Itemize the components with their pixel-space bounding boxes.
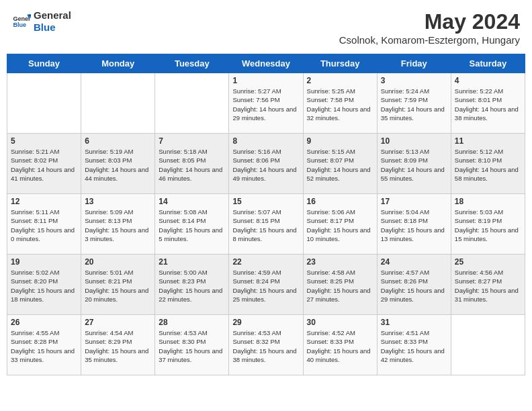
day-headers-row: Sunday Monday Tuesday Wednesday Thursday… bbox=[7, 54, 525, 73]
day-number: 15 bbox=[232, 197, 299, 206]
day-number: 27 bbox=[85, 318, 151, 327]
cell-week1-day4: 2Sunrise: 5:25 AM Sunset: 7:58 PM Daylig… bbox=[303, 73, 377, 134]
day-number: 13 bbox=[85, 197, 151, 206]
day-info: Sunrise: 5:12 AM Sunset: 8:10 PM Dayligh… bbox=[455, 147, 521, 183]
cell-week5-day2: 28Sunrise: 4:53 AM Sunset: 8:30 PM Dayli… bbox=[155, 315, 229, 375]
day-info: Sunrise: 4:51 AM Sunset: 8:33 PM Dayligh… bbox=[381, 328, 447, 364]
cell-week5-day6 bbox=[451, 315, 525, 375]
day-number: 19 bbox=[11, 257, 77, 267]
day-info: Sunrise: 4:58 AM Sunset: 8:25 PM Dayligh… bbox=[307, 268, 373, 304]
subtitle: Csolnok, Komarom-Esztergom, Hungary bbox=[339, 34, 520, 46]
day-info: Sunrise: 5:08 AM Sunset: 8:14 PM Dayligh… bbox=[159, 208, 225, 243]
day-number: 31 bbox=[381, 318, 447, 327]
cell-week1-day3: 1Sunrise: 5:27 AM Sunset: 7:56 PM Daylig… bbox=[229, 73, 303, 134]
week-row-5: 26Sunrise: 4:55 AM Sunset: 8:28 PM Dayli… bbox=[7, 315, 525, 375]
day-number: 23 bbox=[307, 257, 373, 267]
logo-blue-text: Blue bbox=[34, 21, 56, 33]
header-friday: Friday bbox=[377, 54, 451, 73]
day-number: 30 bbox=[307, 318, 373, 327]
cell-week4-day5: 24Sunrise: 4:57 AM Sunset: 8:26 PM Dayli… bbox=[377, 255, 451, 315]
cell-week2-day1: 6Sunrise: 5:19 AM Sunset: 8:03 PM Daylig… bbox=[81, 134, 155, 194]
cell-week4-day1: 20Sunrise: 5:01 AM Sunset: 8:21 PM Dayli… bbox=[81, 255, 155, 315]
cell-week1-day2 bbox=[155, 73, 229, 134]
header-thursday: Thursday bbox=[303, 54, 377, 73]
cell-week5-day5: 31Sunrise: 4:51 AM Sunset: 8:33 PM Dayli… bbox=[377, 315, 451, 375]
day-info: Sunrise: 5:13 AM Sunset: 8:09 PM Dayligh… bbox=[381, 147, 447, 183]
header-sunday: Sunday bbox=[7, 54, 81, 73]
day-info: Sunrise: 5:04 AM Sunset: 8:18 PM Dayligh… bbox=[381, 208, 447, 243]
main-title: May 2024 bbox=[339, 9, 520, 34]
cell-week5-day3: 29Sunrise: 4:53 AM Sunset: 8:32 PM Dayli… bbox=[229, 315, 303, 375]
day-number: 2 bbox=[307, 76, 373, 85]
week-row-2: 5Sunrise: 5:21 AM Sunset: 8:02 PM Daylig… bbox=[7, 134, 525, 194]
cell-week3-day2: 14Sunrise: 5:08 AM Sunset: 8:14 PM Dayli… bbox=[155, 194, 229, 255]
logo-general-text: General bbox=[34, 9, 71, 21]
day-number: 16 bbox=[307, 197, 373, 206]
cell-week3-day6: 18Sunrise: 5:03 AM Sunset: 8:19 PM Dayli… bbox=[451, 194, 525, 255]
day-number: 11 bbox=[455, 136, 521, 146]
cell-week2-day4: 9Sunrise: 5:15 AM Sunset: 8:07 PM Daylig… bbox=[303, 134, 377, 194]
cell-week5-day1: 27Sunrise: 4:54 AM Sunset: 8:29 PM Dayli… bbox=[81, 315, 155, 375]
day-info: Sunrise: 5:21 AM Sunset: 8:02 PM Dayligh… bbox=[11, 147, 77, 183]
day-info: Sunrise: 5:11 AM Sunset: 8:11 PM Dayligh… bbox=[11, 208, 77, 243]
day-info: Sunrise: 4:53 AM Sunset: 8:30 PM Dayligh… bbox=[159, 328, 225, 364]
cell-week5-day0: 26Sunrise: 4:55 AM Sunset: 8:28 PM Dayli… bbox=[7, 315, 81, 375]
day-info: Sunrise: 5:07 AM Sunset: 8:15 PM Dayligh… bbox=[232, 208, 299, 243]
day-number: 6 bbox=[85, 136, 151, 146]
day-info: Sunrise: 5:24 AM Sunset: 7:59 PM Dayligh… bbox=[381, 87, 447, 122]
day-info: Sunrise: 5:01 AM Sunset: 8:21 PM Dayligh… bbox=[85, 268, 151, 304]
header-monday: Monday bbox=[81, 54, 155, 73]
day-number: 22 bbox=[232, 257, 299, 267]
day-info: Sunrise: 5:27 AM Sunset: 7:56 PM Dayligh… bbox=[232, 87, 299, 122]
week-row-4: 19Sunrise: 5:02 AM Sunset: 8:20 PM Dayli… bbox=[7, 255, 525, 315]
day-info: Sunrise: 4:55 AM Sunset: 8:28 PM Dayligh… bbox=[11, 328, 77, 364]
day-info: Sunrise: 5:00 AM Sunset: 8:23 PM Dayligh… bbox=[159, 268, 225, 304]
day-info: Sunrise: 5:03 AM Sunset: 8:19 PM Dayligh… bbox=[455, 208, 521, 243]
day-number: 24 bbox=[381, 257, 447, 267]
day-info: Sunrise: 4:59 AM Sunset: 8:24 PM Dayligh… bbox=[232, 268, 299, 304]
cell-week3-day3: 15Sunrise: 5:07 AM Sunset: 8:15 PM Dayli… bbox=[229, 194, 303, 255]
cell-week1-day0 bbox=[7, 73, 81, 134]
day-info: Sunrise: 5:18 AM Sunset: 8:05 PM Dayligh… bbox=[159, 147, 225, 183]
day-number: 12 bbox=[11, 197, 77, 206]
day-number: 9 bbox=[307, 136, 373, 146]
cell-week2-day5: 10Sunrise: 5:13 AM Sunset: 8:09 PM Dayli… bbox=[377, 134, 451, 194]
day-info: Sunrise: 5:16 AM Sunset: 8:06 PM Dayligh… bbox=[232, 147, 299, 183]
day-info: Sunrise: 5:15 AM Sunset: 8:07 PM Dayligh… bbox=[307, 147, 373, 183]
calendar-table: Sunday Monday Tuesday Wednesday Thursday… bbox=[7, 54, 525, 375]
cell-week4-day3: 22Sunrise: 4:59 AM Sunset: 8:24 PM Dayli… bbox=[229, 255, 303, 315]
header-wednesday: Wednesday bbox=[229, 54, 303, 73]
header-tuesday: Tuesday bbox=[155, 54, 229, 73]
day-number: 5 bbox=[11, 136, 77, 146]
day-number: 4 bbox=[455, 76, 521, 85]
day-number: 28 bbox=[159, 318, 225, 327]
day-info: Sunrise: 5:19 AM Sunset: 8:03 PM Dayligh… bbox=[85, 147, 151, 183]
day-number: 26 bbox=[11, 318, 77, 327]
cell-week3-day0: 12Sunrise: 5:11 AM Sunset: 8:11 PM Dayli… bbox=[7, 194, 81, 255]
cell-week3-day4: 16Sunrise: 5:06 AM Sunset: 8:17 PM Dayli… bbox=[303, 194, 377, 255]
cell-week4-day0: 19Sunrise: 5:02 AM Sunset: 8:20 PM Dayli… bbox=[7, 255, 81, 315]
day-number: 20 bbox=[85, 257, 151, 267]
cell-week5-day4: 30Sunrise: 4:52 AM Sunset: 8:33 PM Dayli… bbox=[303, 315, 377, 375]
day-number: 21 bbox=[159, 257, 225, 267]
svg-text:Blue: Blue bbox=[13, 21, 26, 28]
cell-week4-day4: 23Sunrise: 4:58 AM Sunset: 8:25 PM Dayli… bbox=[303, 255, 377, 315]
cell-week2-day2: 7Sunrise: 5:18 AM Sunset: 8:05 PM Daylig… bbox=[155, 134, 229, 194]
day-info: Sunrise: 5:06 AM Sunset: 8:17 PM Dayligh… bbox=[307, 208, 373, 243]
cell-week2-day6: 11Sunrise: 5:12 AM Sunset: 8:10 PM Dayli… bbox=[451, 134, 525, 194]
logo: General Blue General Blue bbox=[12, 9, 71, 34]
cell-week3-day1: 13Sunrise: 5:09 AM Sunset: 8:13 PM Dayli… bbox=[81, 194, 155, 255]
header-saturday: Saturday bbox=[451, 54, 525, 73]
header: General Blue General Blue May 2024 Csoln… bbox=[7, 7, 525, 48]
cell-week1-day6: 4Sunrise: 5:22 AM Sunset: 8:01 PM Daylig… bbox=[451, 73, 525, 134]
day-info: Sunrise: 4:52 AM Sunset: 8:33 PM Dayligh… bbox=[307, 328, 373, 364]
cell-week2-day3: 8Sunrise: 5:16 AM Sunset: 8:06 PM Daylig… bbox=[229, 134, 303, 194]
logo-icon: General Blue bbox=[12, 12, 31, 31]
day-number: 7 bbox=[159, 136, 225, 146]
title-area: May 2024 Csolnok, Komarom-Esztergom, Hun… bbox=[339, 9, 520, 46]
day-number: 17 bbox=[381, 197, 447, 206]
day-info: Sunrise: 5:09 AM Sunset: 8:13 PM Dayligh… bbox=[85, 208, 151, 243]
week-row-3: 12Sunrise: 5:11 AM Sunset: 8:11 PM Dayli… bbox=[7, 194, 525, 255]
cell-week4-day6: 25Sunrise: 4:56 AM Sunset: 8:27 PM Dayli… bbox=[451, 255, 525, 315]
cell-week1-day1 bbox=[81, 73, 155, 134]
